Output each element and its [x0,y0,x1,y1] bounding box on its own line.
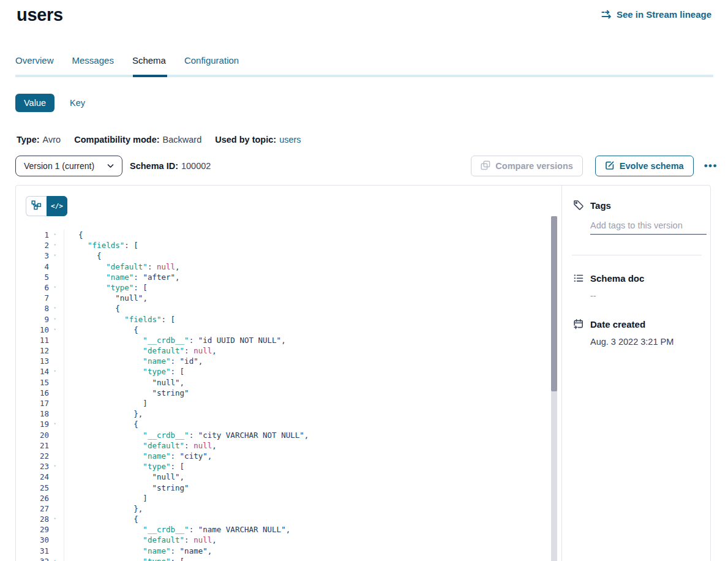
code-text[interactable]: "__crdb__": "name VARCHAR NULL", [64,524,290,535]
line-number: 3 [26,250,49,261]
code-text[interactable]: "string" [64,388,189,398]
fold-spacer [49,535,61,545]
code-text[interactable]: { [64,325,138,335]
code-line: 18 }, [26,409,561,419]
date-created-heading-label: Date created [590,319,645,329]
editor-scrollbar-thumb[interactable] [551,216,557,391]
code-line: 25 "string" [26,483,561,493]
code-line: 21 "default": null, [26,440,561,451]
code-text[interactable]: ] [64,398,148,409]
code-text[interactable]: "null", [64,293,148,303]
tab-configuration[interactable]: Configuration [184,55,239,75]
code-text[interactable]: "__crdb__": "city VARCHAR NOT NULL", [64,430,309,440]
code-text[interactable]: "string" [64,483,189,493]
fold-toggle-icon[interactable]: ▾ [49,250,61,261]
code-text[interactable]: { [64,250,102,261]
code-text[interactable]: ] [64,493,148,503]
fold-spacer [49,472,61,482]
fold-toggle-icon[interactable]: ▾ [49,366,61,377]
code-text[interactable]: { [64,514,138,524]
line-number: 11 [26,335,49,345]
line-number: 4 [26,262,49,272]
fold-toggle-icon[interactable]: ▾ [49,419,61,429]
fold-toggle-icon[interactable]: ▾ [49,556,61,561]
editor-scrollbar-track[interactable] [551,216,557,561]
code-text[interactable]: "default": null, [64,262,180,272]
fold-spacer [49,272,61,282]
version-select[interactable]: Version 1 (current) [15,156,122,176]
fold-toggle-icon[interactable]: ▾ [49,514,61,524]
schema-sidebar: Tags Schema doc -- [561,186,710,561]
code-line: 4 "default": null, [26,262,561,272]
line-number: 14 [26,366,49,377]
topic-link[interactable]: users [279,135,301,145]
code-text[interactable]: { [64,419,138,429]
code-text[interactable]: "default": null, [64,535,217,545]
compare-versions-label: Compare versions [495,161,573,171]
line-number: 10 [26,325,49,335]
code-text[interactable]: }, [64,503,143,514]
fold-toggle-icon[interactable]: ▾ [49,325,61,335]
code-text[interactable]: "name": "after", [64,272,180,282]
fold-toggle-icon[interactable]: ▾ [49,230,61,240]
code-line: 5 "name": "after", [26,272,561,282]
tree-view-button[interactable] [26,196,47,216]
code-text[interactable]: "null", [64,377,184,388]
code-text[interactable]: "type": [ [64,282,148,293]
fold-spacer [49,451,61,461]
code-lines: 1▾{2▾ "fields": [3▾ {4 "default": null,5… [26,230,561,561]
code-text[interactable]: { [64,230,83,240]
tags-input[interactable] [590,220,707,235]
tab-bar: Overview Messages Schema Configuration [15,55,713,77]
code-text[interactable]: "fields": [ [64,240,138,250]
fold-toggle-icon[interactable]: ▾ [49,314,61,325]
evolve-schema-button[interactable]: Evolve schema [595,156,694,176]
line-number: 30 [26,535,49,545]
used-by-topic-label: Used by topic: [215,135,276,145]
tab-overview[interactable]: Overview [15,55,54,75]
fold-spacer [49,430,61,440]
tag-icon [573,200,584,211]
code-text[interactable]: "type": [ [64,366,184,377]
fold-toggle-icon[interactable]: ▾ [49,282,61,293]
fold-toggle-icon[interactable]: ▾ [49,240,61,250]
code-line: 14▾ "type": [ [26,366,561,377]
tab-messages[interactable]: Messages [72,55,114,75]
code-text[interactable]: "name": "city", [64,451,212,461]
line-number: 29 [26,524,49,535]
code-text[interactable]: "type": [ [64,461,184,472]
editor-view-toggle: </> [26,196,67,216]
code-text[interactable]: "name": "name", [64,546,212,556]
compare-versions-button[interactable]: Compare versions [471,156,583,176]
code-view-button[interactable]: </> [47,196,67,216]
schema-panel: </> 1▾{2▾ "fields": [3▾ {4 "default": nu… [15,185,711,561]
code-line: 22 "name": "city", [26,451,561,461]
code-text[interactable]: "default": null, [64,345,217,356]
fold-spacer [49,388,61,398]
more-options-button[interactable]: ••• [704,163,718,169]
code-text[interactable]: "fields": [ [64,314,175,325]
code-text[interactable]: { [64,303,120,314]
fold-spacer [49,524,61,535]
code-text[interactable]: "type": [ [64,556,184,561]
fold-toggle-icon[interactable]: ▾ [49,303,61,314]
stream-lineage-link[interactable]: See in Stream lineage [601,9,711,20]
date-created-value: Aug. 3 2022 3:21 PM [590,337,702,347]
code-text[interactable]: "default": null, [64,440,217,451]
key-toggle-button[interactable]: Key [70,98,85,108]
code-text[interactable]: "__crdb__": "id UUID NOT NULL", [64,335,286,345]
code-line: 16 "string" [26,388,561,398]
code-text[interactable]: }, [64,409,143,419]
stream-lineage-label: See in Stream lineage [617,9,711,20]
value-toggle-button[interactable]: Value [15,94,54,112]
line-number: 22 [26,451,49,461]
code-line: 2▾ "fields": [ [26,240,561,250]
tab-schema[interactable]: Schema [132,55,166,75]
code-line: 17 ] [26,398,561,409]
code-text[interactable]: "name": "id", [64,356,203,366]
sidebar-divider [572,255,702,255]
line-number: 26 [26,493,49,503]
code-line: 28▾ { [26,514,561,524]
fold-toggle-icon[interactable]: ▾ [49,461,61,472]
code-text[interactable]: "null", [64,472,184,482]
